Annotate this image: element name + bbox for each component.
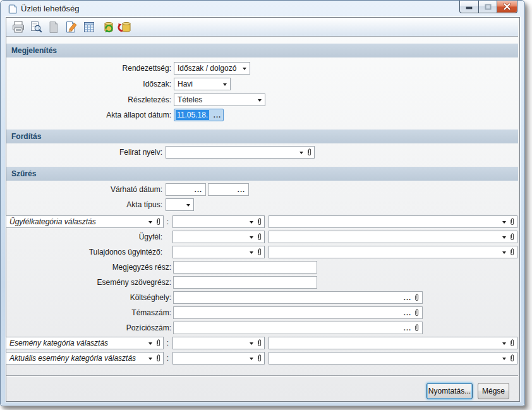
megjegyzes-input[interactable]	[173, 261, 317, 274]
dropdown-arrow-icon[interactable]	[250, 342, 253, 345]
tulajdonos-label: Tulajdonos ügyintéző:	[26, 246, 162, 258]
toolbar-calculator-button[interactable]	[81, 19, 97, 35]
dropdown-arrow-icon[interactable]	[250, 358, 253, 360]
aktualis-esemeny-kategoria-value-combobox[interactable]	[172, 352, 265, 365]
database-refresh-icon	[99, 20, 114, 34]
dropdown-arrow-icon[interactable]	[250, 251, 253, 254]
paperclip-icon[interactable]	[509, 248, 515, 256]
akta-allapot-datum-value: 11.05.18.	[176, 110, 209, 120]
footer-separator-highlight	[6, 376, 518, 377]
dropdown-arrow-icon[interactable]	[502, 342, 506, 345]
dropdown-arrow-icon[interactable]	[502, 358, 506, 360]
ugyfel-combobox[interactable]	[172, 231, 265, 243]
paperclip-icon[interactable]	[509, 339, 515, 347]
dropdown-arrow-icon[interactable]	[186, 204, 190, 207]
paperclip-icon[interactable]	[155, 339, 161, 347]
dropdown-arrow-icon[interactable]	[223, 83, 227, 86]
print-button[interactable]: Nyomtatás...	[426, 383, 473, 399]
dropdown-arrow-icon[interactable]	[250, 236, 253, 239]
pozicioszam-label: Pozíciószám:	[39, 322, 171, 334]
paperclip-icon[interactable]	[414, 308, 420, 317]
dropdown-arrow-icon[interactable]	[258, 99, 262, 102]
dropdown-arrow-icon[interactable]	[502, 236, 506, 239]
pozicioszam-input[interactable]: ...	[173, 322, 423, 334]
dialog-window: Üzleti lehetőség	[0, 0, 525, 406]
akta-allapot-datum-label: Akta állapot dátum:	[39, 109, 171, 121]
paperclip-icon[interactable]	[509, 217, 515, 226]
date-picker-ellipsis-button[interactable]: ...	[214, 112, 221, 118]
separator-colon: :	[164, 337, 171, 349]
reszletezes-combobox[interactable]: Tételes	[174, 93, 265, 106]
paperclip-icon[interactable]	[257, 248, 262, 256]
browse-ellipsis-button[interactable]: ...	[404, 294, 411, 301]
print-preview-icon	[29, 20, 43, 34]
paperclip-icon[interactable]	[306, 148, 312, 157]
paperclip-icon[interactable]	[509, 354, 515, 363]
paperclip-icon[interactable]	[509, 232, 515, 241]
dropdown-arrow-icon[interactable]	[148, 358, 152, 360]
date-picker-ellipsis-button[interactable]: ...	[238, 186, 245, 193]
section-forditas: Fordítás	[6, 130, 518, 143]
felirat-nyelv-combobox[interactable]	[166, 146, 315, 159]
edit-document-icon	[64, 20, 78, 34]
varhato-datum-from-field[interactable]: ...	[166, 183, 206, 196]
varhato-datum-to-field[interactable]: ...	[208, 183, 249, 196]
rendezettseg-combobox[interactable]: Időszak / dolgozó	[174, 62, 250, 75]
browse-ellipsis-button[interactable]: ...	[404, 310, 411, 316]
date-picker-ellipsis-button[interactable]: ...	[195, 186, 202, 193]
paperclip-icon[interactable]	[414, 293, 420, 302]
document-icon	[47, 20, 61, 34]
toolbar-document-button[interactable]	[45, 19, 61, 35]
koltseghely-input[interactable]: ...	[173, 291, 423, 304]
dropdown-arrow-icon[interactable]	[502, 251, 506, 254]
paperclip-icon[interactable]	[155, 217, 161, 226]
temaszam-input[interactable]: ...	[173, 306, 423, 319]
toolbar-db-refresh-button[interactable]	[99, 19, 114, 35]
cancel-button[interactable]: Mégse	[478, 383, 509, 399]
toolbar-db-revert-button[interactable]	[116, 19, 132, 35]
dropdown-arrow-icon[interactable]	[148, 342, 152, 345]
paperclip-icon[interactable]	[257, 339, 262, 347]
akta-allapot-datum-field[interactable]: 11.05.18. ...	[174, 109, 224, 121]
maximize-button[interactable]	[479, 1, 497, 13]
browse-ellipsis-button[interactable]: ...	[404, 325, 411, 331]
ugyfel-wide-combobox[interactable]	[269, 231, 517, 243]
idoszak-combobox[interactable]: Havi	[174, 78, 231, 90]
titlebar[interactable]: Üzleti lehetőség	[1, 1, 524, 17]
ugyfelkategoria-combobox[interactable]: Ügyfélkategória választás	[6, 215, 164, 228]
paperclip-icon[interactable]	[155, 354, 161, 363]
dropdown-arrow-icon[interactable]	[299, 152, 303, 154]
esemeny-kategoria-combo-label: Esemény kategória választás	[9, 337, 146, 349]
esemeny-szovegresz-input[interactable]	[173, 276, 317, 289]
tulajdonos-combobox[interactable]	[172, 246, 265, 258]
idoszak-value: Havi	[178, 78, 221, 90]
toolbar-print-preview-button[interactable]	[28, 19, 44, 35]
toolbar-edit-button[interactable]	[63, 19, 79, 35]
toolbar-print-button[interactable]	[10, 19, 26, 35]
paperclip-icon[interactable]	[257, 354, 262, 363]
esemeny-kategoria-wide-combobox[interactable]	[269, 337, 517, 349]
close-button[interactable]	[497, 1, 517, 13]
screenshot: Üzleti lehetőség	[0, 0, 532, 410]
dropdown-arrow-icon[interactable]	[243, 68, 246, 70]
paperclip-icon[interactable]	[257, 217, 262, 226]
ugyfelkategoria-wide-combobox[interactable]	[269, 215, 517, 228]
paperclip-icon[interactable]	[257, 232, 262, 241]
dropdown-arrow-icon[interactable]	[148, 221, 152, 224]
akta-tipus-combobox[interactable]	[166, 198, 194, 211]
aktualis-esemeny-kategoria-combobox[interactable]: Aktuális esemény kategória választás	[6, 352, 164, 365]
ugyfelkategoria-value-combobox[interactable]	[172, 215, 265, 228]
aktualis-esemeny-kategoria-wide-combobox[interactable]	[269, 352, 517, 365]
minimize-button[interactable]	[459, 1, 479, 13]
toolbar	[6, 18, 518, 37]
reszletezes-label: Részletezés:	[39, 93, 171, 106]
esemeny-kategoria-value-combobox[interactable]	[172, 337, 265, 349]
ugyfelkategoria-combo-label: Ügyfélkategória választás	[9, 216, 146, 227]
dropdown-arrow-icon[interactable]	[502, 221, 506, 224]
close-icon	[503, 3, 511, 10]
paperclip-icon[interactable]	[414, 323, 420, 332]
separator-colon: :	[164, 352, 171, 365]
dropdown-arrow-icon[interactable]	[250, 221, 253, 224]
esemeny-kategoria-combobox[interactable]: Esemény kategória választás	[6, 337, 164, 349]
tulajdonos-wide-combobox[interactable]	[269, 246, 517, 258]
